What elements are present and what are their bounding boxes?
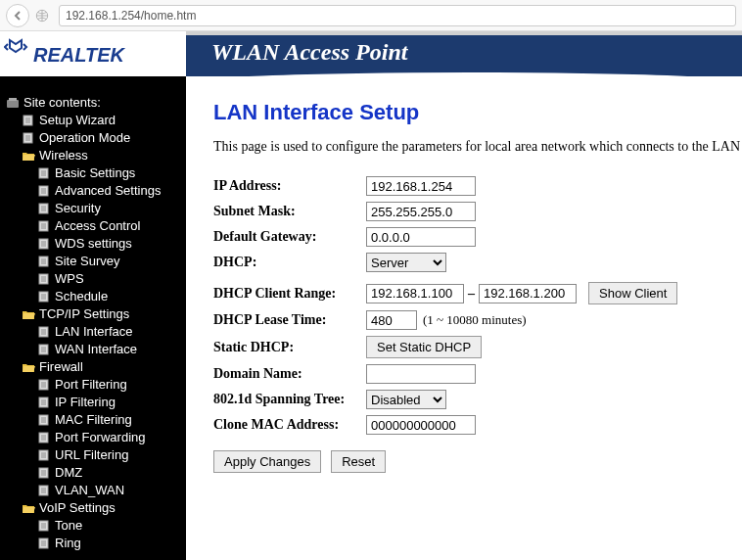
page-title: LAN Interface Setup	[213, 100, 732, 125]
sidebar-item-label: Firewall	[39, 359, 83, 375]
sidebar-item-label: WDS settings	[55, 236, 132, 252]
label-ip: IP Address:	[213, 178, 366, 194]
sidebar-item-port-filtering[interactable]: Port Filtering	[0, 376, 186, 394]
sidebar-item-schedule[interactable]: Schedule	[0, 288, 186, 305]
sidebar-item-setup-wizard[interactable]: Setup Wizard	[0, 112, 186, 129]
sidebar-item-basic-settings[interactable]: Basic Settings	[0, 164, 186, 182]
sidebar-item-label: VLAN_WAN	[55, 483, 124, 498]
sidebar-item-label: Basic Settings	[55, 165, 135, 181]
sidebar-item-label: Wireless	[39, 148, 88, 163]
nav-tree: Site contents: Setup WizardOperation Mod…	[0, 92, 186, 552]
sidebar-item-wan-interface[interactable]: WAN Interface	[0, 341, 186, 358]
label-range: DHCP Client Range:	[213, 286, 366, 302]
url-text: 192.168.1.254/home.htm	[66, 9, 196, 23]
mask-input[interactable]	[366, 202, 476, 221]
sidebar-item-firewall[interactable]: Firewall	[0, 358, 186, 376]
sidebar-item-ip-filtering[interactable]: IP Filtering	[0, 394, 186, 411]
back-button[interactable]	[6, 4, 29, 27]
sidebar-item-wds-settings[interactable]: WDS settings	[0, 235, 186, 253]
page-description: This page is used to configure the param…	[213, 139, 732, 155]
clonemac-input[interactable]	[366, 415, 476, 435]
sidebar-item-label: Advanced Settings	[55, 183, 161, 199]
sidebar-item-url-filtering[interactable]: URL Filtering	[0, 446, 186, 464]
ip-input[interactable]	[366, 176, 476, 196]
svg-text:REALTEK: REALTEK	[33, 44, 126, 66]
sidebar-item-tcp-ip-settings[interactable]: TCP/IP Settings	[0, 305, 186, 323]
sidebar-item-security[interactable]: Security	[0, 200, 186, 217]
sidebar-item-voip-settings[interactable]: VoIP Settings	[0, 499, 186, 517]
sidebar-item-label: Tone	[55, 518, 82, 534]
sidebar-item-label: Site Survey	[55, 254, 119, 269]
sidebar-item-label: VoIP Settings	[39, 500, 116, 516]
globe-icon	[35, 9, 49, 23]
sidebar-item-label: Operation Mode	[39, 130, 130, 146]
sidebar-item-label: TCP/IP Settings	[39, 306, 129, 322]
title-bar: WLAN Access Point	[186, 31, 742, 76]
sidebar-item-label: MAC Filtering	[55, 412, 132, 428]
logo: REALTEK	[0, 31, 186, 76]
tree-header-label: Site contents:	[23, 95, 101, 111]
tree-header: Site contents:	[0, 94, 186, 112]
sidebar-item-label: Schedule	[55, 289, 108, 304]
sidebar-item-label: DMZ	[55, 465, 82, 481]
sidebar-item-label: Port Filtering	[55, 377, 127, 393]
label-mask: Subnet Mask:	[213, 204, 366, 219]
sidebar-item-label: Setup Wizard	[39, 113, 116, 128]
lease-input[interactable]	[366, 310, 417, 330]
sidebar-item-vlan-wan[interactable]: VLAN_WAN	[0, 482, 186, 499]
label-dhcp: DHCP:	[213, 255, 366, 270]
label-clonemac: Clone MAC Address:	[213, 417, 366, 433]
url-bar[interactable]: 192.168.1.254/home.htm	[59, 5, 736, 26]
sidebar-item-label: Access Control	[55, 218, 140, 234]
apply-button[interactable]: Apply Changes	[213, 450, 321, 473]
sidebar-item-label: WPS	[55, 271, 84, 287]
range-end-input[interactable]	[479, 284, 577, 303]
show-client-button[interactable]: Show Client	[588, 282, 677, 304]
sidebar-item-access-control[interactable]: Access Control	[0, 217, 186, 235]
root-icon	[6, 97, 20, 109]
lease-hint: (1 ~ 10080 minutes)	[423, 312, 527, 328]
sidebar-item-label: Ring	[55, 536, 81, 551]
main-area: WLAN Access Point LAN Interface Setup Th…	[186, 31, 742, 560]
label-gateway: Default Gateway:	[213, 229, 366, 245]
sidebar-item-label: WAN Interface	[55, 342, 137, 357]
sidebar-item-port-forwarding[interactable]: Port Forwarding	[0, 429, 186, 446]
sidebar-item-ring[interactable]: Ring	[0, 535, 186, 552]
sidebar-item-lan-interface[interactable]: LAN Interface	[0, 323, 186, 341]
sidebar-item-tone[interactable]: Tone	[0, 517, 186, 535]
reset-button[interactable]: Reset	[331, 450, 386, 473]
sidebar-item-dmz[interactable]: DMZ	[0, 464, 186, 482]
dhcp-select[interactable]: Server	[366, 253, 446, 272]
spanning-select[interactable]: Disabled	[366, 390, 446, 409]
sidebar-item-mac-filtering[interactable]: MAC Filtering	[0, 411, 186, 429]
sidebar-item-wps[interactable]: WPS	[0, 270, 186, 288]
range-dash: –	[468, 286, 475, 302]
browser-toolbar: 192.168.1.254/home.htm	[0, 0, 742, 31]
sidebar-item-label: Security	[55, 201, 101, 216]
range-start-input[interactable]	[366, 284, 464, 303]
label-lease: DHCP Lease Time:	[213, 312, 366, 328]
gateway-input[interactable]	[366, 227, 476, 247]
sidebar-item-label: IP Filtering	[55, 395, 116, 410]
svg-rect-3	[9, 98, 17, 101]
sidebar-item-site-survey[interactable]: Site Survey	[0, 253, 186, 270]
set-static-button[interactable]: Set Static DHCP	[366, 336, 482, 358]
sidebar-item-wireless[interactable]: Wireless	[0, 147, 186, 164]
label-spanning: 802.1d Spanning Tree:	[213, 392, 366, 407]
sidebar-item-label: LAN Interface	[55, 324, 133, 340]
svg-rect-2	[7, 100, 19, 108]
title-bar-text: WLAN Access Point	[211, 39, 407, 66]
sidebar-item-advanced-settings[interactable]: Advanced Settings	[0, 182, 186, 200]
domain-input[interactable]	[366, 364, 476, 384]
sidebar-item-operation-mode[interactable]: Operation Mode	[0, 129, 186, 147]
sidebar: REALTEK Site contents: Setup WizardOpera…	[0, 31, 186, 560]
label-domain: Domain Name:	[213, 366, 366, 382]
label-static: Static DHCP:	[213, 340, 366, 355]
sidebar-item-label: Port Forwarding	[55, 430, 145, 445]
sidebar-item-label: URL Filtering	[55, 447, 128, 463]
content: LAN Interface Setup This page is used to…	[186, 76, 742, 483]
